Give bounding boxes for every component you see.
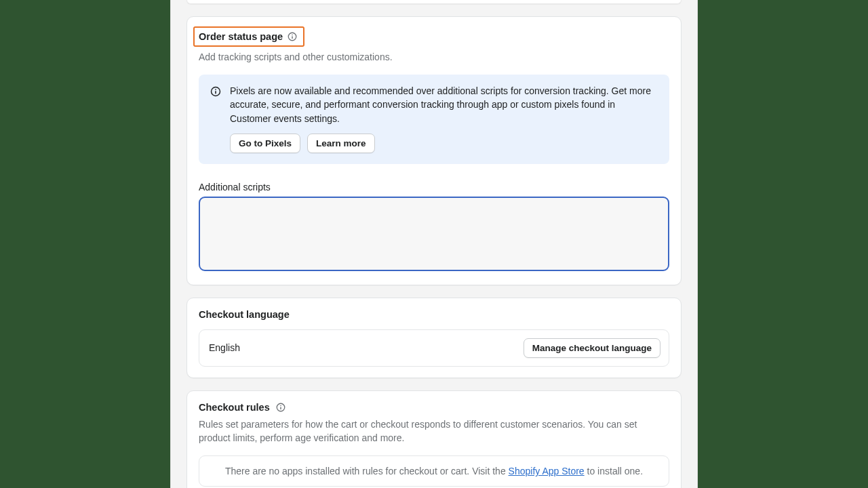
checkout-rules-note-suffix: to install one. bbox=[585, 466, 643, 476]
previous-card-stub bbox=[186, 0, 682, 4]
checkout-rules-note: There are no apps installed with rules f… bbox=[199, 455, 669, 487]
info-icon bbox=[210, 85, 222, 98]
info-icon[interactable] bbox=[275, 402, 286, 413]
manage-checkout-language-button[interactable]: Manage checkout language bbox=[524, 338, 660, 358]
checkout-rules-note-prefix: There are no apps installed with rules f… bbox=[225, 466, 509, 476]
info-icon[interactable] bbox=[287, 31, 298, 42]
checkout-rules-desc: Rules set parameters for how the cart or… bbox=[199, 418, 669, 445]
learn-more-button[interactable]: Learn more bbox=[307, 134, 375, 153]
checkout-rules-card: Checkout rules Rules set parameters for … bbox=[186, 390, 682, 488]
order-status-title-highlight: Order status page bbox=[193, 26, 304, 47]
order-status-card: Order status page Add tracking scripts a… bbox=[186, 16, 682, 285]
settings-panel: Order status page Add tracking scripts a… bbox=[170, 0, 698, 488]
order-status-title: Order status page bbox=[199, 31, 283, 42]
pixels-banner-text: Pixels are now available and recommended… bbox=[230, 84, 658, 125]
checkout-rules-title: Checkout rules bbox=[199, 402, 270, 413]
checkout-language-card: Checkout language English Manage checkou… bbox=[186, 298, 682, 378]
order-status-subtitle: Add tracking scripts and other customiza… bbox=[199, 52, 669, 62]
pixels-banner: Pixels are now available and recommended… bbox=[199, 75, 669, 164]
checkout-language-row: English Manage checkout language bbox=[199, 329, 669, 367]
additional-scripts-input[interactable] bbox=[199, 197, 669, 271]
shopify-app-store-link[interactable]: Shopify App Store bbox=[509, 466, 585, 476]
checkout-language-value: English bbox=[209, 342, 240, 353]
additional-scripts-label: Additional scripts bbox=[199, 182, 669, 192]
go-to-pixels-button[interactable]: Go to Pixels bbox=[230, 134, 300, 153]
checkout-language-title: Checkout language bbox=[199, 309, 669, 320]
